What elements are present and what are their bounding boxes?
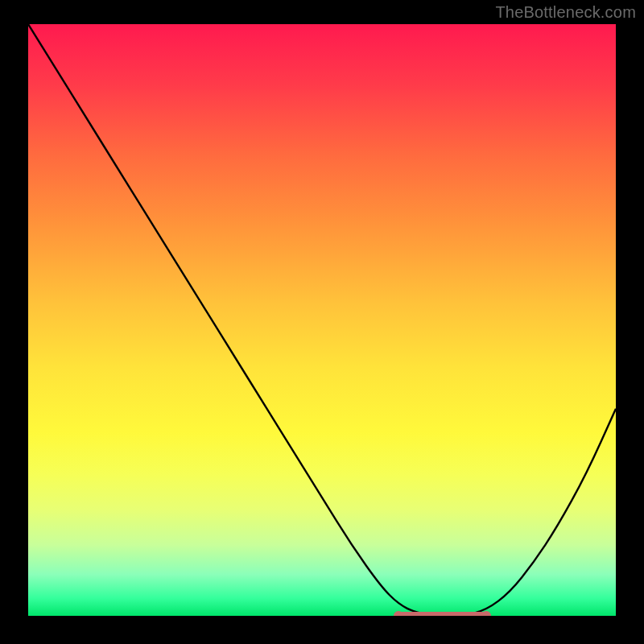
optimum-marker-dot-left (394, 611, 403, 616)
chart-frame: TheBottleneck.com (0, 0, 644, 644)
bottleneck-curve (28, 24, 616, 616)
optimum-marker-band (398, 612, 487, 616)
plot-area (28, 24, 616, 616)
watermark-text: TheBottleneck.com (495, 3, 636, 22)
curve-path (28, 24, 616, 616)
